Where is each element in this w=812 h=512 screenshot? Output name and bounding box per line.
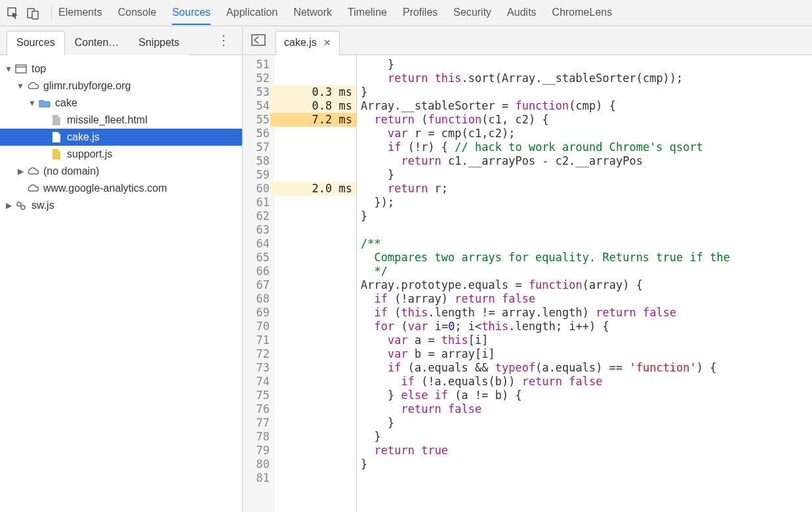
panel-tab-timeline[interactable]: Timeline: [348, 1, 387, 25]
gears-icon: [14, 199, 28, 212]
svg-rect-3: [16, 65, 26, 73]
close-icon[interactable]: ✕: [323, 37, 331, 48]
tree-item[interactable]: missile_fleet.html: [0, 112, 242, 129]
tree-item[interactable]: ▶(no domain): [0, 163, 242, 180]
file-tab-label: cake.js: [284, 37, 317, 49]
tree-item-label: cake: [55, 97, 77, 109]
code-area[interactable]: } return this.sort(Array.__stableSorter(…: [357, 55, 812, 512]
tree-item-label: top: [31, 63, 46, 75]
panel-tab-network[interactable]: Network: [293, 1, 332, 25]
tree-item-label: glimr.rubyforge.org: [43, 80, 131, 92]
cloud-icon: [26, 165, 39, 178]
toolbar-separator: [51, 6, 52, 20]
panel-tab-console[interactable]: Console: [118, 1, 157, 25]
tree-item-label: support.js: [67, 148, 112, 160]
tree-item[interactable]: ▼glimr.rubyforge.org: [0, 77, 242, 95]
show-navigator-icon[interactable]: [249, 31, 268, 49]
panel-tab-profiles[interactable]: Profiles: [403, 1, 437, 25]
editor-panel: cake.js ✕ 515253545556575859606162636465…: [243, 26, 812, 512]
tree-arrow-icon[interactable]: ▼: [16, 81, 25, 91]
inspect-icon[interactable]: [5, 5, 21, 21]
panel-tab-audits[interactable]: Audits: [507, 1, 536, 25]
tree-item[interactable]: www.google-analytics.com: [0, 180, 242, 197]
folder-icon: [38, 96, 51, 110]
left-tab-2[interactable]: Snippets: [129, 31, 189, 55]
panel-tab-security[interactable]: Security: [453, 1, 491, 25]
file-tab-bar: cake.js ✕: [243, 26, 812, 55]
tree-item-label: www.google-analytics.com: [43, 182, 167, 194]
sources-left-panel: SourcesConten…Snippets⋮ ▼top▼glimr.rubyf…: [0, 26, 243, 512]
tree-arrow-icon[interactable]: ▶: [16, 167, 25, 176]
file-sel-icon: [50, 131, 63, 144]
file-tree[interactable]: ▼top▼glimr.rubyforge.org▼cakemissile_fle…: [0, 55, 242, 512]
tree-item-label: sw.js: [31, 200, 54, 211]
code-editor[interactable]: 5152535455565758596061626364656667686970…: [243, 55, 812, 512]
panel-tab-elements[interactable]: Elements: [58, 1, 102, 25]
file-yellow-icon: [50, 148, 63, 161]
tree-item[interactable]: ▼top: [0, 60, 242, 77]
file-icon: [50, 114, 63, 127]
tree-item[interactable]: cake.js: [0, 129, 242, 146]
left-tab-0[interactable]: Sources: [7, 31, 65, 55]
devtools-toolbar: ElementsConsoleSourcesApplicationNetwork…: [0, 0, 812, 26]
tree-arrow-icon[interactable]: ▶: [4, 201, 13, 210]
tree-item-label: missile_fleet.html: [67, 114, 148, 126]
svg-point-6: [21, 205, 25, 209]
panel-tab-chromelens[interactable]: ChromeLens: [552, 1, 613, 25]
tree-item[interactable]: support.js: [0, 146, 242, 163]
cloud-icon: [26, 79, 39, 93]
tree-item-label: (no domain): [43, 165, 99, 177]
tree-item[interactable]: ▶sw.js: [0, 197, 242, 214]
device-toggle-icon[interactable]: [25, 5, 41, 21]
tree-arrow-icon[interactable]: ▼: [4, 64, 13, 74]
svg-rect-2: [32, 11, 38, 19]
file-tab-cake-js[interactable]: cake.js ✕: [275, 31, 340, 55]
tree-arrow-icon[interactable]: ▼: [28, 98, 37, 108]
panel-tab-sources[interactable]: Sources: [172, 1, 211, 25]
sources-left-tabs: SourcesConten…Snippets⋮: [0, 26, 242, 55]
panel-tab-application[interactable]: Application: [226, 1, 277, 25]
tree-item-label: cake.js: [67, 131, 100, 143]
svg-point-5: [17, 202, 21, 206]
window-icon: [14, 62, 28, 75]
panel-tabs: ElementsConsoleSourcesApplicationNetwork…: [58, 1, 612, 25]
tree-item[interactable]: ▼cake: [0, 95, 242, 112]
left-tab-1[interactable]: Conten…: [65, 31, 129, 55]
cloud-icon: [26, 182, 39, 195]
left-tabs-more-icon[interactable]: ⋮: [212, 32, 235, 54]
timing-gutter: 0.3 ms0.8 ms7.2 ms 2.0 ms: [274, 55, 357, 512]
line-gutter[interactable]: 5152535455565758596061626364656667686970…: [243, 55, 274, 512]
